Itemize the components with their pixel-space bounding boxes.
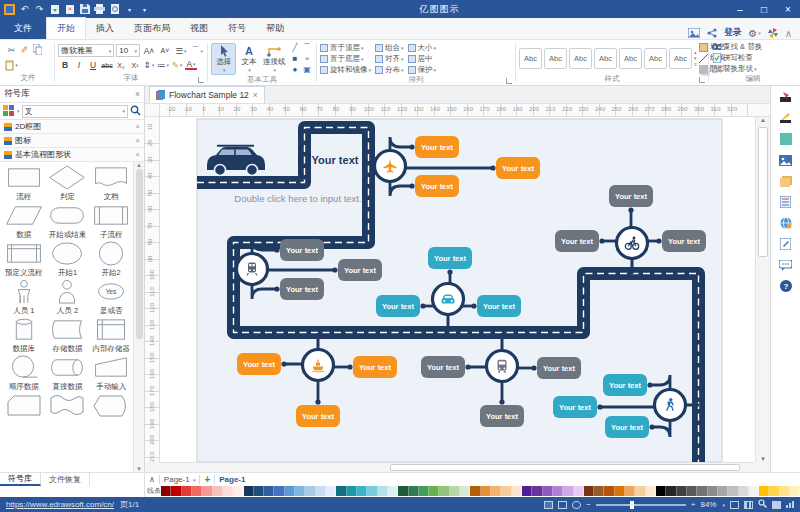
arrange-item-2[interactable]: 旋转和镜像▾ [320,64,371,75]
panel-tab-1[interactable]: 文件恢复 [41,473,90,486]
bullet-list-icon[interactable]: ≔▾ [157,59,169,71]
section-icons[interactable]: 图标 × [0,134,144,148]
increase-font-icon[interactable]: A˄ [143,45,155,57]
drawing-canvas[interactable]: Your textDouble click here to input text… [160,117,755,462]
zoom-out-icon[interactable]: − [586,500,591,509]
magnifier-icon[interactable] [758,499,767,510]
edit-item-0[interactable]: 查找 & 替换 [712,42,762,52]
maximize-button[interactable]: □ [752,1,776,18]
shape-stored[interactable]: 存储数据 [46,316,90,354]
node-car[interactable] [433,284,464,315]
shape-internal[interactable]: 内部存储器 [89,316,133,354]
color-swatch-59[interactable] [769,486,779,496]
fit-page-icon[interactable] [730,501,739,509]
minimize-button[interactable]: – [728,1,752,18]
color-swatch-11[interactable] [274,486,284,496]
v-scroll-thumb[interactable] [758,127,768,257]
shape-person1[interactable]: 人员 1 [2,278,46,316]
shape-predefined[interactable]: 预定义流程 [2,240,46,278]
color-swatch-42[interactable] [594,486,604,496]
color-swatch-15[interactable] [316,486,326,496]
color-swatch-36[interactable] [532,486,542,496]
line-spacing-icon[interactable]: ⇕▾ [143,59,155,71]
font-color-icon[interactable]: A▾ [185,60,197,70]
text-box[interactable]: Your text [353,356,397,378]
share-icon[interactable] [707,28,717,38]
node-train[interactable] [237,254,268,285]
color-swatch-61[interactable] [790,486,800,496]
color-swatch-25[interactable] [419,486,429,496]
feedback-icon[interactable] [688,28,700,38]
text-box[interactable]: Your text [428,247,472,269]
color-swatch-2[interactable] [182,486,192,496]
qat-dropdown-icon[interactable]: ▾ [123,3,136,16]
color-swatch-24[interactable] [409,486,419,496]
text-arc-icon[interactable]: ⌒▾ [191,45,203,57]
section-close-icon[interactable]: × [135,136,140,145]
collapse-pages-icon[interactable]: ∧ [149,475,155,484]
rect-tool-icon[interactable]: ■ [289,53,301,64]
format-painter-tool-icon[interactable] [778,90,793,104]
edraw-url-link[interactable]: https://www.edrawsoft.com/cn/ [6,500,114,509]
node-walker[interactable] [655,390,686,421]
section-basic-flowchart[interactable]: 基本流程图形状 × [0,148,144,162]
color-swatch-1[interactable] [171,486,181,496]
color-swatch-37[interactable] [543,486,553,496]
style-preview-1[interactable]: Abc [544,48,567,69]
color-swatch-39[interactable] [563,486,573,496]
color-swatch-49[interactable] [666,486,676,496]
shape-sequential[interactable]: 顺序数据 [2,354,46,392]
edit-item-1[interactable]: 拼写检查 [712,53,753,63]
text-box[interactable]: Your text [555,230,599,252]
undo-icon[interactable]: ↶ [18,3,31,16]
section-close-icon[interactable]: × [135,122,140,131]
page-dropdown[interactable]: Page-1 ▾ [164,475,196,484]
color-swatch-43[interactable] [604,486,614,496]
color-swatch-30[interactable] [470,486,480,496]
arrange-item-0[interactable]: 置于顶层▾ [320,42,371,53]
text-box[interactable]: Your text [605,416,649,438]
view-normal-icon[interactable] [544,501,553,509]
line-tool-icon[interactable]: ╱ [289,42,301,53]
shape-rect[interactable]: 流程 [2,164,46,202]
edit-item-2[interactable]: 替换形状▾ [712,64,757,74]
text-box[interactable]: Your text [280,239,324,261]
shape-manual[interactable]: 手动输入 [89,354,133,392]
color-swatch-54[interactable] [718,486,728,496]
panel-tab-0[interactable]: 符号库 [0,473,41,486]
zoom-slider[interactable] [596,504,686,506]
ellipse-tool-icon[interactable]: ● [289,64,301,75]
ribbon-tab-2[interactable]: 页面布局 [124,17,180,39]
shape-yesno[interactable]: Yes是或否 [89,278,133,316]
h-scroll-thumb[interactable] [390,464,740,471]
color-swatch-6[interactable] [223,486,233,496]
shape-tape[interactable] [46,392,90,430]
font-dialog-launcher[interactable] [198,77,204,83]
arrange-dialog-launcher[interactable] [506,78,512,84]
text-box[interactable]: Your text [609,185,653,207]
strikethrough-button[interactable]: abc [101,59,113,71]
text-box[interactable]: Your text [376,295,420,317]
color-swatch-12[interactable] [285,486,295,496]
color-swatch-57[interactable] [749,486,759,496]
grid-toggle-icon[interactable] [744,501,753,509]
node-ship[interactable] [303,350,334,381]
color-swatch-19[interactable] [357,486,367,496]
resize-grip-icon[interactable] [786,501,794,508]
arrange-item-4[interactable]: 对齐▾ [375,53,404,64]
shape-diamond[interactable]: 判定 [46,164,90,202]
color-swatch-0[interactable] [161,486,171,496]
ribbon-tab-3[interactable]: 视图 [180,17,218,39]
v-scrollbar[interactable]: ▲▼ [755,117,770,462]
print-preview-icon[interactable] [108,3,121,16]
qat-more-icon[interactable]: ▾ [138,3,151,16]
color-swatch-35[interactable] [522,486,532,496]
color-swatch-55[interactable] [728,486,738,496]
settings-gear-icon[interactable]: ⚙▾ [748,28,760,39]
tab-close-icon[interactable]: × [253,90,258,100]
style-preview-4[interactable]: Abc [619,48,642,69]
arrange-item-5[interactable]: 分布▾ [375,64,404,75]
color-swatch-13[interactable] [295,486,305,496]
color-swatch-56[interactable] [739,486,749,496]
color-swatch-27[interactable] [439,486,449,496]
